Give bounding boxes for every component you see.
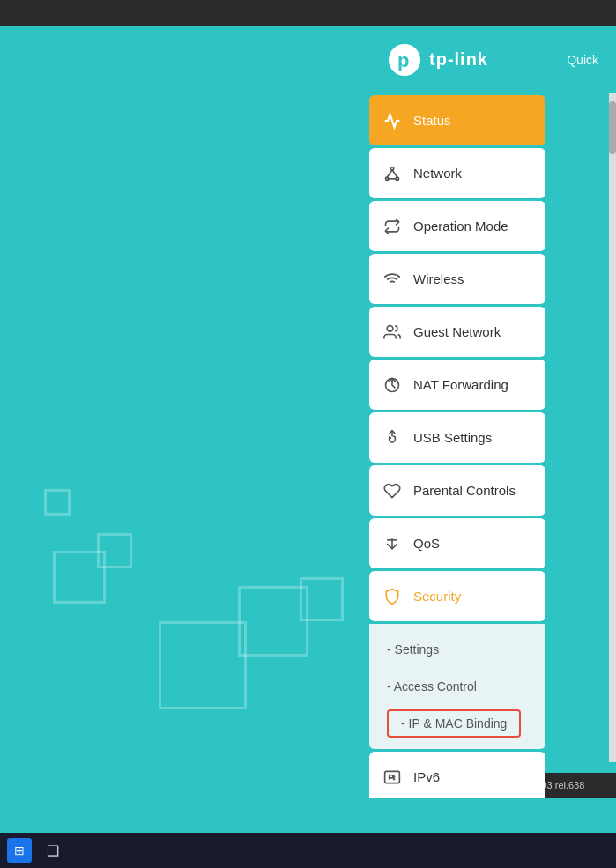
deco-square-6 <box>159 621 247 709</box>
logo-text: tp-link <box>429 49 488 70</box>
taskbar: ⊞ ❑ <box>0 833 616 868</box>
ipv6-icon <box>383 768 401 786</box>
qos-icon <box>383 535 401 553</box>
submenu-access-control[interactable]: - Access Control <box>369 668 545 705</box>
svg-line-5 <box>387 169 392 176</box>
usb-settings-icon <box>383 429 401 447</box>
svg-text:p: p <box>397 49 409 71</box>
top-bar <box>0 0 616 26</box>
parental-controls-icon <box>383 482 401 500</box>
network-icon <box>383 165 401 182</box>
scrollbar[interactable] <box>609 93 616 762</box>
submenu-ip-mac-binding[interactable]: - IP & MAC Binding <box>369 705 545 742</box>
status-label: Status <box>413 113 451 128</box>
quick-label[interactable]: Quick <box>567 53 598 67</box>
usb-settings-label: USB Settings <box>413 430 492 445</box>
network-label: Network <box>413 166 462 181</box>
access-control-label: - Access Control <box>387 679 477 694</box>
tplink-logo-icon: p <box>387 42 422 78</box>
scrollbar-thumb[interactable] <box>609 101 616 154</box>
taskbar-icon-2[interactable]: ❑ <box>41 838 65 863</box>
ipv6-label: IPv6 <box>413 769 440 784</box>
sidebar-item-guest-network[interactable]: Guest Network <box>369 307 545 357</box>
sidebar-item-nat-forwarding[interactable]: NAT Forwarding <box>369 360 545 410</box>
taskbar-icon-symbol: ❑ <box>47 842 59 859</box>
operation-mode-label: Operation Mode <box>413 219 508 234</box>
deco-square-5 <box>44 489 71 516</box>
operation-mode-icon <box>383 218 401 235</box>
sidebar-item-ipv6[interactable]: IPv6 <box>369 752 545 798</box>
sidebar-item-network[interactable]: Network <box>369 148 545 198</box>
sidebar-item-security[interactable]: Security <box>369 571 545 621</box>
parental-controls-label: Parental Controls <box>413 483 516 498</box>
submenu-settings[interactable]: - Settings <box>369 631 545 668</box>
nat-forwarding-icon <box>383 376 401 394</box>
header: p tp-link Quick <box>369 26 616 93</box>
deco-square-2 <box>97 533 132 568</box>
start-icon: ⊞ <box>14 843 25 857</box>
svg-point-9 <box>387 325 393 331</box>
sidebar-item-parental-controls[interactable]: Parental Controls <box>369 465 545 516</box>
logo: p tp-link <box>387 42 488 78</box>
wireless-icon <box>383 271 401 288</box>
qos-label: QoS <box>413 536 440 551</box>
sidebar: Status Network <box>369 93 553 798</box>
start-button[interactable]: ⊞ <box>7 838 32 863</box>
security-label: Security <box>413 589 461 604</box>
guest-network-icon <box>383 323 401 341</box>
ip-mac-binding-label: - IP & MAC Binding <box>387 709 521 738</box>
main-content: p tp-link Quick Status <box>0 26 616 833</box>
sidebar-item-qos[interactable]: QoS <box>369 518 545 568</box>
guest-network-label: Guest Network <box>413 324 501 339</box>
deco-square-3 <box>238 586 308 657</box>
bg-decoration <box>0 0 370 798</box>
settings-label: - Settings <box>387 642 439 657</box>
sidebar-item-wireless[interactable]: Wireless <box>369 254 545 304</box>
wireless-label: Wireless <box>413 271 464 286</box>
sidebar-item-operation-mode[interactable]: Operation Mode <box>369 201 545 251</box>
svg-point-2 <box>390 167 393 169</box>
security-icon <box>383 588 401 605</box>
sidebar-item-usb-settings[interactable]: USB Settings <box>369 412 545 463</box>
security-submenu: - Settings - Access Control - IP & MAC B… <box>369 624 545 749</box>
status-icon <box>383 112 401 130</box>
deco-square-4 <box>300 577 344 621</box>
sidebar-item-status[interactable]: Status <box>369 95 545 145</box>
nat-forwarding-label: NAT Forwarding <box>413 377 508 392</box>
svg-line-6 <box>392 169 397 176</box>
